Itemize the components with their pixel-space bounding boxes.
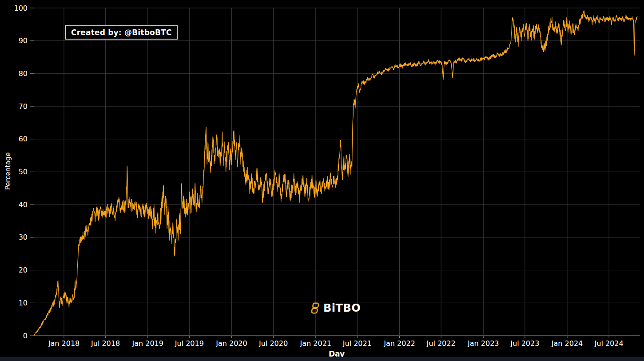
y-tick-label: 30 xyxy=(19,233,28,241)
bitbo-logo: BiTBO xyxy=(310,302,361,314)
watermark-badge: Created by: @BitboBTC xyxy=(65,25,178,40)
bitbo-b-icon xyxy=(310,302,319,314)
watermark-text: Created by: @BitboBTC xyxy=(71,28,172,37)
x-tick-label: Jan 2018 xyxy=(48,339,80,348)
x-tick-label: Jul 2019 xyxy=(175,339,204,348)
x-tick-label: Jan 2022 xyxy=(383,339,415,348)
x-tick-label: Jan 2023 xyxy=(467,339,499,348)
y-tick-label: 70 xyxy=(19,102,28,111)
x-tick-label: Jul 2024 xyxy=(594,339,624,348)
x-tick-label: Jul 2021 xyxy=(342,339,372,348)
bitbo-logo-text: BiTBO xyxy=(323,302,361,314)
y-tick-label: 90 xyxy=(19,36,28,45)
x-tick-label: Jan 2024 xyxy=(551,339,583,348)
y-tick-label: 60 xyxy=(19,135,28,143)
y-tick-label: 40 xyxy=(19,201,28,209)
x-tick-label: Jul 2018 xyxy=(91,339,120,348)
y-axis-title: Percentage xyxy=(4,144,12,198)
y-tick-label: 20 xyxy=(19,266,28,274)
bottom-strip xyxy=(0,357,644,361)
chart-canvas: 0102030405060708090100Jan 2018Jul 2018Ja… xyxy=(0,0,644,361)
y-tick-label: 80 xyxy=(19,69,28,78)
x-tick-label: Jul 2023 xyxy=(510,339,539,348)
x-tick-label: Jul 2020 xyxy=(258,339,288,348)
x-tick-label: Jul 2022 xyxy=(426,339,456,348)
y-tick-label: 50 xyxy=(19,168,28,176)
x-tick-label: Jan 2019 xyxy=(132,339,163,348)
y-tick-label: 10 xyxy=(19,299,28,307)
series-line-path xyxy=(34,11,637,336)
x-tick-label: Jan 2021 xyxy=(300,339,331,348)
y-tick-label: 0 xyxy=(23,332,28,340)
y-tick-label: 100 xyxy=(14,4,28,12)
x-tick-label: Jan 2020 xyxy=(215,339,247,348)
